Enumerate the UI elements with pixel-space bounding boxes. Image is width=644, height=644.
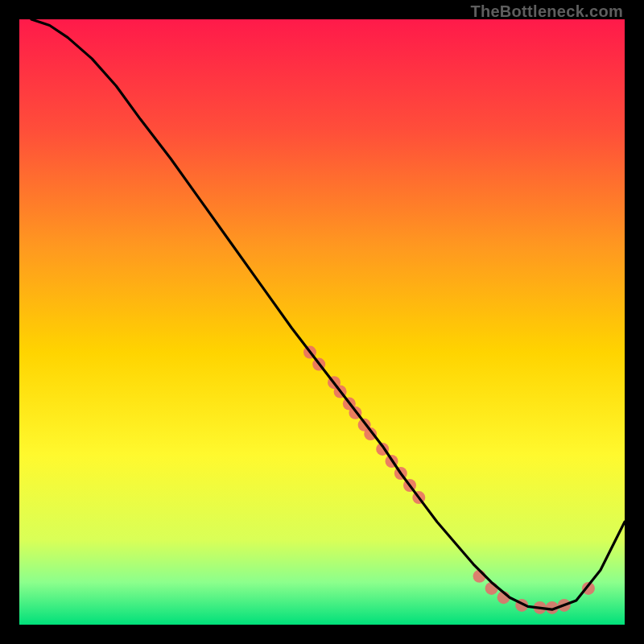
watermark-text: TheBottleneck.com	[470, 2, 623, 21]
chart-frame	[19, 19, 625, 625]
gradient-background	[19, 19, 625, 625]
chart-canvas	[19, 19, 625, 625]
